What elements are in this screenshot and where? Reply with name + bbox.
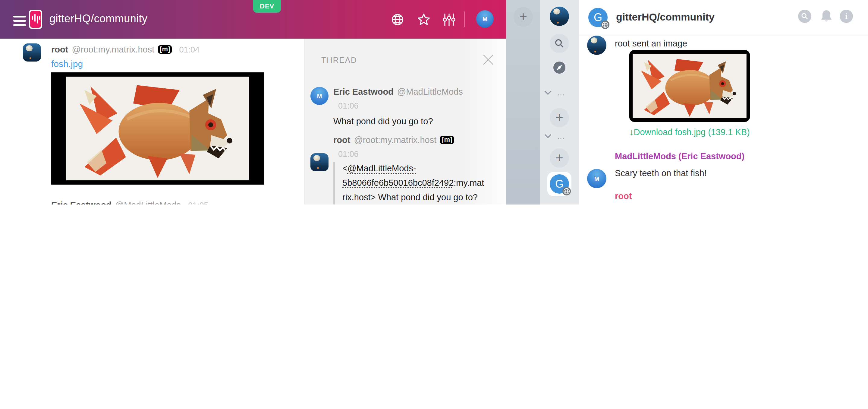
timestamp: 01:06 [338, 101, 359, 110]
add-button[interactable]: + [514, 7, 533, 27]
avatar[interactable] [587, 169, 607, 188]
notifications-bell-icon[interactable] [819, 8, 834, 24]
timestamp: 01:04 [179, 45, 199, 54]
sender-name[interactable]: root [333, 135, 350, 145]
sender-name[interactable]: Eric Eastwood [51, 200, 112, 204]
chevron-down-icon [544, 90, 552, 95]
sender-name[interactable]: Eric Eastwood [333, 87, 394, 96]
room-title: gitterHQ/community [616, 11, 715, 24]
overflow-dots-icon: … [557, 88, 565, 97]
element-timeline: root sent an image ↓Download fosh.jpg (1… [579, 36, 868, 204]
explore-compass-icon[interactable] [553, 61, 566, 74]
thread-panel-title: THREAD [321, 56, 357, 64]
menu-hamburger-icon[interactable] [13, 16, 26, 26]
timestamp: 01:05 [188, 201, 209, 204]
room-avatar: G [550, 174, 569, 194]
search-button[interactable] [798, 10, 811, 23]
thread-panel: THREAD Eric Eastwood @MadLittleMods 01:0… [304, 39, 506, 204]
sender-handle: @MadLittleMods [115, 200, 181, 204]
fosh-image[interactable] [51, 72, 264, 184]
quote-text: :my.mat [454, 178, 484, 187]
window-gap-strip: + [506, 0, 540, 204]
sender-name[interactable]: root [51, 45, 68, 54]
fosh-image-thumbnail[interactable] [629, 50, 750, 122]
close-icon[interactable] [482, 53, 495, 66]
favourite-star-icon[interactable] [416, 12, 432, 27]
sender-handle: @MadLittleMods [397, 87, 463, 96]
element-header: G gitterHQ/community i [579, 0, 868, 36]
screenshot-root: gitterHQ/community DEV root @root:my.mat… [0, 0, 868, 204]
search-icon [555, 39, 564, 48]
message-text: What pond did you go to? [333, 115, 433, 128]
room-info-button[interactable]: i [840, 10, 853, 23]
bridged-globe-icon [601, 21, 610, 29]
avatar[interactable] [23, 43, 41, 61]
notice-text: root sent an image [615, 37, 687, 50]
quote-text: rix.host> What pond did you go to? [342, 193, 478, 202]
room-list-rail: … + … + G G M T [540, 0, 579, 204]
message-text: Scary teeth on that fish! [615, 167, 707, 180]
file-link[interactable]: fosh.jpg [51, 59, 83, 69]
space-collapse-row[interactable]: … [544, 132, 565, 141]
element-window: G gitterHQ/community i root sent an imag… [579, 0, 868, 204]
add-room-button[interactable]: + [550, 108, 569, 127]
sender-name[interactable]: MadLittleMods (Eric Eastwood) [615, 151, 744, 161]
gitter-header: gitterHQ/community DEV [0, 0, 506, 39]
mention-link[interactable]: @MadLittleMods- [347, 164, 416, 173]
gitter-logo-icon[interactable] [29, 10, 42, 29]
sender-handle: @root:my.matrix.host [72, 45, 154, 54]
overflow-dots-icon: … [557, 132, 565, 141]
mention-link[interactable]: 5b8066fe6b50016bc08f2492 [342, 178, 454, 187]
room-title: gitterHQ/community [50, 13, 147, 25]
matrix-badge: [m] [440, 136, 454, 144]
bridged-globe-icon [562, 187, 571, 196]
download-link[interactable]: ↓Download fosh.jpg (139.1 KB) [629, 127, 750, 137]
search-icon [801, 13, 808, 20]
dev-badge: DEV [253, 0, 281, 13]
gitter-window: gitterHQ/community DEV root @root:my.mat… [0, 0, 506, 204]
user-avatar[interactable] [476, 10, 494, 28]
quoted-message: <@MadLittleMods- 5b8066fe6b50016bc08f249… [333, 162, 504, 204]
avatar[interactable] [310, 153, 329, 171]
room-avatar-selected[interactable]: G [547, 172, 571, 196]
chevron-down-icon [544, 134, 552, 139]
search-button[interactable] [550, 34, 569, 53]
avatar[interactable] [587, 36, 607, 55]
settings-sliders-icon[interactable] [442, 12, 456, 27]
add-room-button[interactable]: + [550, 148, 569, 168]
community-globe-icon[interactable] [391, 13, 404, 27]
matrix-badge: [m] [158, 45, 172, 54]
sender-handle: @root:my.matrix.host [354, 135, 436, 145]
avatar[interactable] [310, 87, 329, 105]
quote-prefix: < [342, 164, 347, 173]
header-divider [464, 11, 465, 27]
space-collapse-row[interactable]: … [544, 88, 565, 97]
user-avatar[interactable] [550, 7, 569, 26]
info-icon: i [845, 11, 847, 21]
sender-name[interactable]: root [615, 191, 632, 201]
timestamp: 01:06 [338, 150, 359, 159]
room-avatar[interactable]: G [588, 8, 608, 27]
